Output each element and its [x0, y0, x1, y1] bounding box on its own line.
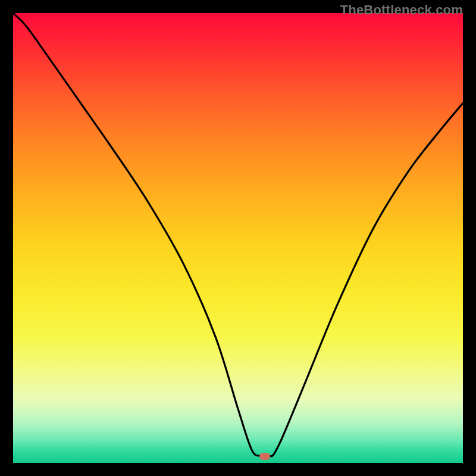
bottleneck-curve: [13, 13, 463, 463]
watermark-text: TheBottleneck.com: [340, 2, 463, 18]
chart-frame: TheBottleneck.com: [0, 0, 476, 476]
optimal-point-marker: [259, 453, 270, 460]
plot-area: [13, 13, 463, 463]
